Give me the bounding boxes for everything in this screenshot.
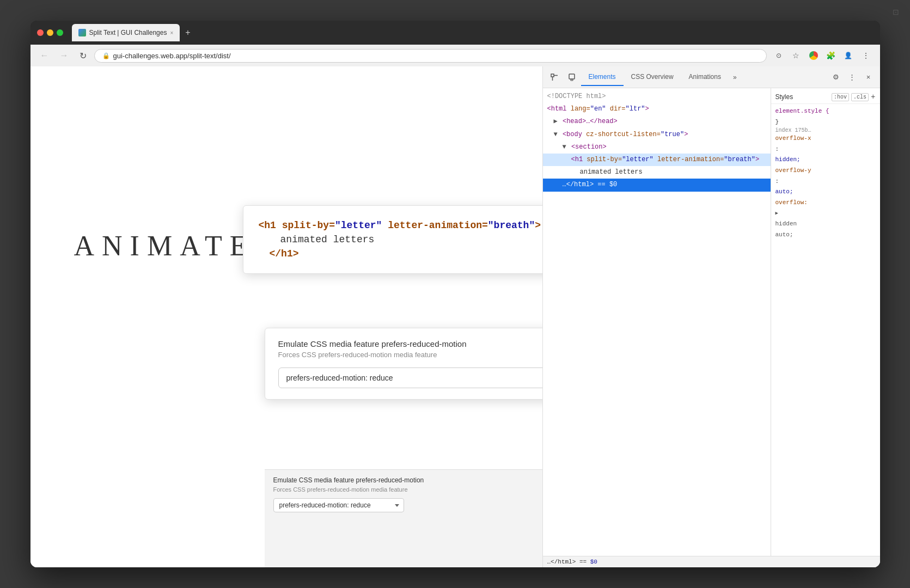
devtools-close-button[interactable]: × — [862, 70, 876, 84]
html-open-tag: <html — [547, 105, 571, 113]
devtools-background-overlay: Emulate CSS media feature prefers-reduce… — [265, 469, 542, 567]
code-line-2: animated letters — [259, 234, 542, 245]
close-brace: } — [775, 119, 779, 125]
devtools-toolbar: Elements CSS Overview Animations » ⚙ ⋮ × — [543, 66, 880, 88]
dom-line-doctype: <!DOCTYPE html> — [543, 90, 771, 103]
close-window-button[interactable] — [37, 29, 44, 36]
extensions-icon[interactable]: 🧩 — [823, 48, 839, 63]
minimize-window-button[interactable] — [47, 29, 53, 36]
styles-hidden-val: hidden; — [771, 155, 880, 166]
page-content: ANIMATED LETTERS <h1 split-by="letter" l… — [30, 66, 542, 567]
tag-close-bracket: > — [535, 220, 541, 231]
refresh-button[interactable]: ↻ — [76, 48, 90, 63]
menu-icon[interactable]: ⋮ — [858, 48, 874, 63]
dom-line-h1[interactable]: <h1 split-by="letter" letter-animation="… — [543, 154, 771, 166]
section-expand-arrow[interactable]: ▼ — [563, 143, 566, 151]
styles-close-brace: } — [771, 117, 880, 128]
overflow-shorthand-prop: overflow: — [775, 199, 808, 206]
emulate-popup-title: Emulate CSS media feature prefers-reduce… — [278, 339, 542, 348]
overflow-hidden2-val: hidden — [775, 220, 797, 227]
h1-text-content: animated letters — [580, 168, 643, 176]
lang-attr: lang= — [571, 105, 590, 113]
letter-animation-val: "breath" — [488, 220, 535, 231]
device-toolbar-button[interactable] — [565, 70, 579, 84]
browser-window: Split Text | GUI Challenges × + ⊡ ← → ↻ … — [30, 21, 880, 567]
bg-emulate-title: Emulate CSS media feature prefers-reduce… — [273, 476, 534, 484]
emulate-popup-subtitle: Forces CSS prefers-reduced-motion media … — [278, 351, 542, 359]
devtools-settings-button[interactable]: ⚙ — [829, 70, 843, 84]
body-expand-arrow[interactable]: ▼ — [554, 131, 558, 138]
head-expand-arrow[interactable]: ▶ — [554, 118, 558, 125]
body-tag: <body — [563, 131, 586, 138]
maximize-window-button[interactable] — [57, 29, 63, 36]
code-line-1: <h1 split-by="letter" letter-animation="… — [259, 220, 542, 231]
element-style-selector: element.style { — [775, 108, 829, 114]
back-button[interactable]: ← — [37, 48, 52, 63]
tab-favicon-icon — [78, 29, 86, 36]
styles-content: element.style { } index 175b… overflow-x… — [771, 104, 880, 242]
title-bar: Split Text | GUI Challenges × + ⊡ — [30, 21, 880, 45]
devtools-tab-more-button[interactable]: » — [729, 69, 741, 85]
emulate-motion-select[interactable]: No override prefers-reduced-motion: no-p… — [278, 367, 542, 388]
bg-emulate-subtitle: Forces CSS prefers-reduced-motion media … — [273, 486, 534, 493]
styles-overflow-x-prop: overflow-x — [771, 133, 880, 144]
new-tab-button[interactable]: + — [182, 27, 193, 39]
devtools-toolbar-right: ⚙ ⋮ × — [829, 70, 876, 84]
cls-pseudo-button[interactable]: .cls — [851, 93, 869, 101]
dom-line-html-close-selected[interactable]: …</html> == $0 — [543, 179, 771, 191]
h1-open-tag: <h1 — [259, 220, 276, 231]
devtools-body: <!DOCTYPE html> <html lang="en" dir="ltr… — [543, 88, 880, 556]
triangle-icon: ▶ — [775, 211, 778, 216]
hov-pseudo-button[interactable]: :hov — [832, 93, 849, 101]
address-bar[interactable]: 🔒 gui-challenges.web.app/split-text/dist… — [94, 49, 767, 63]
h1-close-tag: </h1> — [270, 248, 299, 259]
tab-bar: Split Text | GUI Challenges × + — [72, 24, 874, 41]
styles-triangle-row: ▶ — [771, 208, 880, 219]
h1-tag-end: > — [755, 156, 759, 163]
overflow-x-colon: : — [775, 146, 779, 152]
lock-icon: 🔒 — [102, 52, 110, 59]
tab-close-button[interactable]: × — [170, 30, 173, 36]
screen-share-icon[interactable]: ⊙ — [771, 48, 786, 63]
profile-icon[interactable]: 👤 — [841, 48, 856, 63]
split-by-val: "letter" — [335, 220, 382, 231]
dom-line-body: ▼ <body cz-shortcut-listen="true"> — [543, 128, 771, 141]
add-style-rule-button[interactable]: + — [871, 93, 875, 101]
bookmark-icon[interactable]: ☆ — [789, 48, 804, 63]
doctype-text: <!DOCTYPE html> — [547, 93, 606, 100]
code-indent-space — [259, 248, 270, 259]
letter-animation-attr: letter-animation= — [388, 220, 488, 231]
forward-button[interactable]: → — [57, 48, 72, 63]
overflow-auto2-val: auto; — [775, 231, 793, 238]
section-tag: <section> — [571, 143, 607, 151]
cz-val: "true" — [661, 131, 684, 138]
overflow-y-prop: overflow-y — [775, 167, 811, 174]
dom-line-text: animated letters — [543, 166, 771, 179]
lang-val: "en" — [590, 105, 606, 113]
chrome-icon[interactable] — [806, 48, 821, 63]
inspect-element-button[interactable] — [547, 70, 561, 84]
devtools-more-options-button[interactable]: ⋮ — [845, 70, 859, 84]
hidden-val: hidden; — [775, 156, 801, 163]
svg-rect-0 — [551, 74, 554, 77]
code-line-3: </h1> — [259, 248, 542, 259]
code-tooltip-popup: <h1 split-by="letter" letter-animation="… — [243, 205, 542, 274]
styles-overflow-y-label: overflow-y — [771, 166, 880, 176]
devtools-tab-css-overview[interactable]: CSS Overview — [624, 69, 681, 86]
styles-auto-val: auto; — [771, 187, 880, 198]
devtools-tabs: Elements CSS Overview Animations » — [581, 69, 827, 86]
active-tab[interactable]: Split Text | GUI Challenges × — [72, 24, 180, 41]
dom-bottom-bar: …</html> == $0 — [543, 556, 880, 567]
split-by-attr-dom: split-by= — [587, 156, 622, 163]
styles-overflow-x-colon: : — [771, 144, 880, 155]
styles-colon2: : — [771, 176, 880, 187]
letter-animation-val-dom: "breath" — [724, 156, 755, 163]
dir-attr: dir= — [610, 105, 626, 113]
svg-rect-4 — [571, 79, 573, 81]
devtools-tab-elements[interactable]: Elements — [581, 69, 624, 86]
bg-emulate-select[interactable]: prefers-reduced-motion: reduce — [273, 498, 404, 512]
devtools-tab-animations[interactable]: Animations — [681, 69, 729, 86]
dir-val: "ltr" — [626, 105, 645, 113]
emulate-popup: × Emulate CSS media feature prefers-redu… — [265, 328, 542, 400]
styles-element-style-rule: element.style { — [771, 106, 880, 117]
